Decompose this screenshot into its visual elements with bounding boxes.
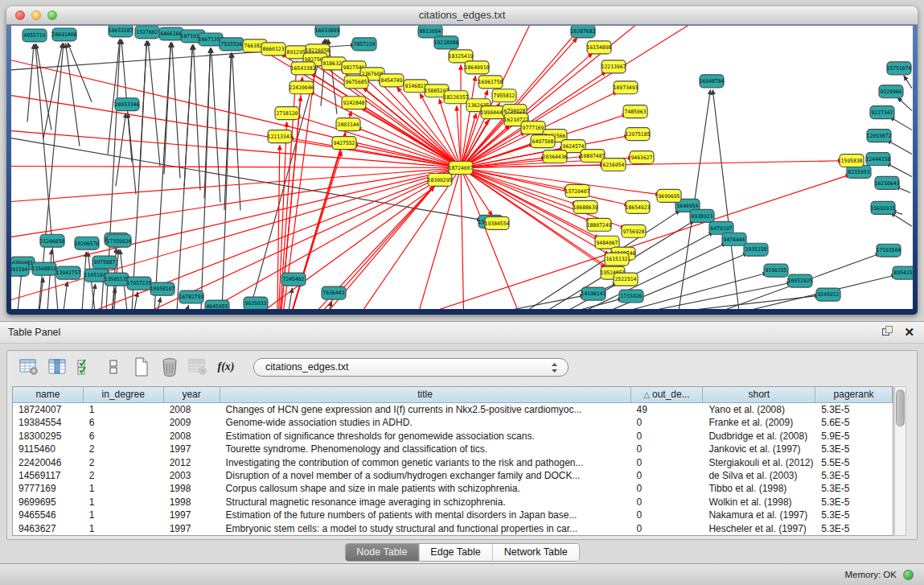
graph-node[interactable]: 7636443 [322, 286, 346, 299]
graph-node[interactable]: 1615132 [605, 253, 629, 266]
graph-node[interactable]: 18724007 [449, 162, 474, 175]
column-header-year[interactable]: year [164, 387, 220, 403]
graph-node[interactable]: 16543382 [291, 62, 316, 75]
table-row[interactable]: 1872400712008Changes of HCN gene express… [13, 403, 893, 416]
float-panel-icon[interactable] [882, 326, 894, 338]
graph-node[interactable]: 4055714 [23, 29, 47, 42]
network-graph[interactable]: 4055714206914061065328715276026466160107… [11, 26, 913, 309]
graph-node[interactable]: 18654923 [626, 200, 651, 213]
graph-node[interactable]: 11568819 [32, 262, 57, 275]
graph-node[interactable]: 9156155 [764, 264, 788, 277]
graph-node[interactable]: 15692931 [871, 201, 896, 214]
graph-node[interactable]: 14196141 [581, 287, 606, 300]
graph-node[interactable]: 15720407 [565, 184, 590, 197]
network-canvas[interactable]: 4055714206914061065328715276026466160107… [11, 26, 913, 309]
close-window-button[interactable] [15, 10, 25, 20]
table-row[interactable]: 977716911998Corpus callosum shape and si… [13, 482, 893, 495]
graph-node[interactable]: 20953346 [115, 98, 140, 111]
table-row[interactable]: 946362711997Embryonic stem cells: a mode… [13, 522, 893, 535]
graph-node[interactable]: 6216054 [602, 159, 626, 171]
column-header-out-de-[interactable]: △out_de... [631, 387, 704, 403]
graph-node[interactable]: 6497508 [531, 135, 555, 148]
graph-node[interactable]: 19384554 [485, 216, 510, 229]
graph-node[interactable]: 4645055 [205, 300, 229, 309]
column-header-in-degree[interactable]: in_degree [84, 387, 164, 403]
table-settings-icon[interactable] [18, 356, 39, 377]
graph-node[interactable]: 2718120 [275, 107, 299, 120]
network-window-titlebar[interactable]: citations_edges.txt [6, 6, 918, 25]
graph-node[interactable]: 22420046 [290, 81, 314, 94]
graph-node[interactable]: 20691406 [52, 28, 77, 41]
graph-node[interactable]: 17103504 [877, 244, 901, 257]
graph-node[interactable]: 8660123 [261, 43, 285, 56]
graph-node[interactable]: 10653287 [109, 26, 133, 37]
table-row[interactable]: 946554611997Estimation of the future num… [13, 509, 893, 521]
column-header-pagerank[interactable]: pagerank [815, 387, 893, 403]
graph-node[interactable]: 2522514 [614, 273, 638, 286]
graph-node[interactable]: 9699695 [657, 189, 681, 202]
column-header-title[interactable]: title [220, 387, 631, 403]
graph-node[interactable]: 8454749 [380, 74, 404, 87]
graph-node[interactable]: 20364436 [543, 150, 568, 163]
rows-icon[interactable] [103, 356, 124, 377]
graph-node[interactable]: 9427552 [332, 137, 356, 150]
graph-node[interactable]: 1733426 [619, 290, 643, 303]
show-columns-icon[interactable] [47, 356, 68, 377]
scrollbar-thumb[interactable] [896, 389, 905, 426]
graph-node[interactable]: 20387682 [571, 26, 596, 38]
graph-node[interactable]: 9227342 [870, 106, 894, 119]
graph-node[interactable]: 19218986 [434, 36, 459, 49]
graph-node[interactable]: 9463627 [630, 151, 654, 164]
graph-node[interactable]: 16210643 [875, 176, 900, 189]
graph-node[interactable]: 9635033 [244, 297, 268, 309]
graph-node[interactable]: 12213343 [268, 130, 293, 143]
graph-node[interactable]: 18300295 [428, 173, 453, 186]
table-row[interactable]: 2242004622012Investigating the contribut… [13, 456, 893, 469]
tab-edge-table[interactable]: Edge Table [419, 544, 492, 561]
graph-node[interactable]: 7515526 [220, 38, 244, 51]
graph-node[interactable]: 17359924 [107, 234, 132, 247]
graph-node[interactable]: 9975887 [92, 256, 117, 269]
graph-node[interactable]: 8938923 [690, 209, 714, 222]
graph-node[interactable]: 18220357 [444, 91, 469, 104]
table-scrollbar[interactable] [894, 386, 906, 536]
function-builder-icon[interactable]: f(x) [216, 356, 236, 377]
graph-node[interactable]: 12444158 [866, 153, 891, 166]
graph-node[interactable]: 16948784 [700, 75, 725, 88]
new-document-icon[interactable] [131, 356, 152, 377]
graph-node[interactable]: 19904448 [481, 106, 506, 119]
table-row[interactable]: 1456911722003Disruption of a novel membe… [13, 469, 893, 482]
graph-node[interactable]: 9242848 [342, 97, 366, 109]
graph-node[interactable]: 2935158 [744, 243, 768, 256]
graph-node[interactable]: 12093872 [867, 130, 892, 142]
zoom-window-button[interactable] [47, 10, 57, 20]
graph-node[interactable]: 16033809 [315, 26, 340, 37]
close-panel-icon[interactable]: ✕ [904, 326, 914, 338]
graph-node[interactable]: 8954255 [893, 266, 913, 279]
graph-node[interactable]: 16154808 [587, 41, 612, 54]
table-row[interactable]: 911546021997Tourette syndrome. Phenomeno… [13, 443, 893, 455]
graph-node[interactable]: 9329966 [879, 85, 903, 98]
graph-node[interactable]: 15751074 [887, 62, 912, 75]
graph-node[interactable]: 1527602 [135, 26, 159, 39]
column-header-short[interactable]: short [703, 387, 815, 403]
column-header-name[interactable]: name [13, 387, 84, 403]
graph-node[interactable]: 9777169 [521, 122, 545, 134]
minimize-window-button[interactable] [31, 10, 41, 20]
graph-node[interactable]: 7245402 [281, 273, 306, 286]
graph-node[interactable]: 2803144 [336, 118, 360, 131]
graph-node[interactable]: 16782759 [179, 290, 204, 303]
graph-node[interactable]: 13505135 [105, 273, 129, 286]
graph-node[interactable]: 7857224 [352, 38, 376, 51]
graph-node[interactable]: 6466160 [159, 27, 183, 40]
tab-node-table[interactable]: Node Table [345, 544, 419, 561]
graph-node[interactable]: 1595838 [840, 154, 864, 167]
graph-node[interactable]: 12975185 [626, 128, 651, 141]
delete-table-icon[interactable] [159, 356, 180, 377]
graph-node[interactable]: 13942757 [56, 266, 81, 279]
graph-node[interactable]: 16961758 [478, 76, 503, 89]
graph-node[interactable]: 7955812 [492, 89, 516, 102]
graph-node[interactable]: 10958107 [150, 282, 175, 295]
graph-node[interactable]: 17957225 [127, 277, 152, 290]
graph-node[interactable]: 10973493 [614, 81, 639, 94]
